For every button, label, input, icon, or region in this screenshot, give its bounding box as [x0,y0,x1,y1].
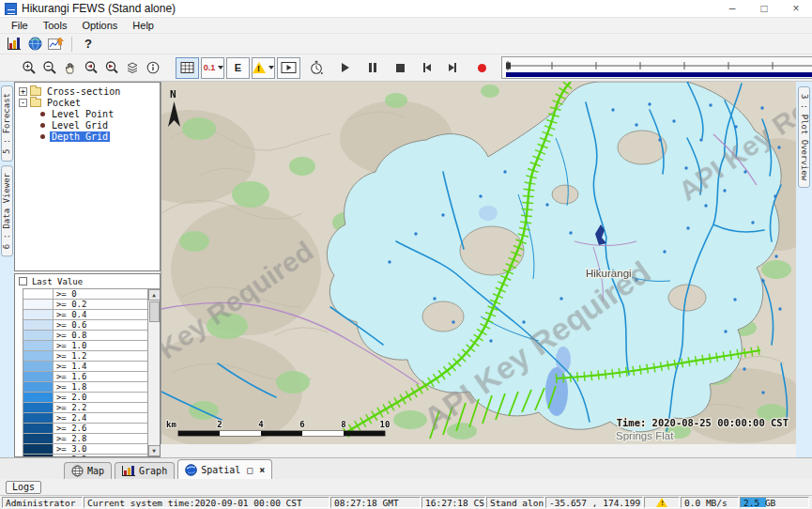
help-button[interactable]: ? [79,35,98,54]
grid-display-button[interactable] [176,57,199,79]
legend-row[interactable]: >= 3.2 [23,455,147,456]
menu-item[interactable]: Tools [36,20,75,31]
spatial-display-button[interactable] [46,35,65,54]
map-time-label: Time: 2020-08-25 00:00:00 CST [617,417,789,428]
labels-button[interactable]: E [226,57,250,79]
legend-row[interactable]: >= 1.6 [23,372,147,382]
legend-row[interactable]: >= 2.4 [23,413,147,424]
warning-icon[interactable] [656,498,667,507]
legend-row-label: >= 2.4 [54,413,90,423]
legend-row[interactable]: >= 0 [23,289,147,300]
skip-start-button[interactable] [418,58,437,77]
map-wrapper: API Key Required API Key Required API Ke… [161,82,796,457]
statusbar-text: Stand alone [490,498,544,508]
close-button[interactable]: × [780,0,812,17]
tab-graph[interactable]: Graph [115,462,175,479]
spatial-sphere-icon [185,464,197,476]
statusbar-text: 16:27:18 CST [425,498,485,508]
logs-button[interactable]: Logs [6,481,41,494]
zoom-previous-button[interactable] [82,58,100,77]
legend-row[interactable]: >= 0.2 [23,300,147,310]
svg-text:10: 10 [380,420,391,429]
record-button[interactable] [472,58,491,77]
legend-row[interactable]: >= 2.2 [23,403,147,413]
tree-item-label[interactable]: Level Point [50,109,115,119]
skip-end-button[interactable] [443,58,462,77]
pause-button[interactable] [363,58,382,77]
warning-dropdown-button[interactable] [252,57,275,79]
tree-item-label[interactable]: Cross-section [45,86,122,97]
tree-item-label[interactable]: Level Grid [50,120,110,131]
menu-item[interactable]: File [4,20,36,31]
tab-plot-overview[interactable]: 3 : Plot Overview [798,86,810,188]
legend-row[interactable]: >= 3.0 [23,444,147,455]
tree-item[interactable]: + Cross-section [15,85,160,97]
app-icon [5,3,17,15]
layers-button[interactable] [123,58,142,77]
zoom-in-button[interactable] [20,58,38,77]
tree-item[interactable]: Level Grid [15,119,160,131]
legend-row[interactable]: >= 0.8 [23,331,147,341]
tree-item-label[interactable]: Depth Grid [50,131,110,142]
logs-row: Logs [0,479,812,495]
scroll-down-icon[interactable]: ▼ [148,445,161,456]
tab-map[interactable]: Map [64,462,112,479]
tree-expander-icon[interactable]: - [19,99,27,107]
legend-row[interactable]: >= 2.6 [23,424,147,434]
tree-item[interactable]: Level Point [15,108,160,119]
zoom-out-button[interactable] [40,58,59,77]
folder-icon [30,87,41,96]
statusbar-text: Administrator [6,498,75,508]
tab-maximize-icon[interactable]: □ [247,465,253,475]
animation-button[interactable] [277,57,300,79]
info-button[interactable] [144,58,162,77]
legend-row-label: >= 2.8 [54,434,90,443]
area-label: Springs Flat [616,430,674,441]
minimize-button[interactable]: – [716,0,748,17]
legend-row[interactable]: >= 1.8 [23,382,147,393]
scroll-thumb[interactable] [149,301,160,322]
legend-row[interactable]: >= 1.4 [23,362,147,372]
legend-scrollbar[interactable]: ▲ ▼ [147,289,160,456]
maximize-button[interactable]: □ [748,0,780,17]
legend-color-swatch [23,455,54,456]
svg-text:6: 6 [299,420,304,429]
menu-item[interactable]: Help [125,20,161,31]
tree-expander-icon[interactable]: + [19,87,27,96]
legend-row[interactable]: >= 1.0 [23,341,147,351]
legend-row[interactable]: >= 0.6 [23,320,147,331]
database-chart-button[interactable] [5,35,23,54]
legend-row[interactable]: >= 2.0 [23,393,147,403]
tree-item[interactable]: Depth Grid [15,131,160,142]
map-view[interactable]: API Key Required API Key Required API Ke… [161,82,796,444]
tab-data-viewer[interactable]: 6 : Data Viewer [1,165,13,256]
scroll-up-icon[interactable]: ▲ [148,289,161,301]
tree-item[interactable]: - Pocket [15,97,160,108]
timer-button[interactable] [307,58,326,77]
statusbar-text: 2.5 GB [743,498,775,508]
stop-button[interactable] [391,58,409,77]
menu-item[interactable]: Options [74,20,125,31]
title-bar: Hikurangi FEWS (Stand alone) – □ × [0,0,812,18]
play-button[interactable] [336,58,355,77]
legend-row[interactable]: >= 1.2 [23,351,147,362]
tab-close-icon[interactable]: × [259,465,265,475]
pan-button[interactable] [61,58,80,77]
tab-forecast[interactable]: 5 : Forecast [1,85,13,162]
tab-spatial[interactable]: Spatial □ × [177,459,272,479]
folder-icon [30,99,41,107]
threshold-dropdown-button[interactable]: 0.1 [201,57,224,79]
last-value-checkbox[interactable] [19,277,27,285]
legend-row[interactable]: >= 2.8 [23,434,147,444]
tree-item-label[interactable]: Pocket [45,98,83,108]
legend-row-label: >= 2.0 [54,393,90,402]
toolbar-separator [71,37,72,52]
legend-row-label: >= 0.6 [54,320,90,330]
zoom-next-button[interactable] [102,58,121,77]
legend-row[interactable]: >= 0.4 [23,310,147,320]
legend-table: >= 0 >= 0.2 >= 0.4 >= 0.6 >= 0.8 [23,288,160,456]
globe-button[interactable] [25,35,44,54]
layer-tree: + Cross-section - Pocket Level Point Lev… [14,82,161,271]
timeline-slider[interactable] [501,56,812,79]
zoom-out-icon [42,60,57,75]
